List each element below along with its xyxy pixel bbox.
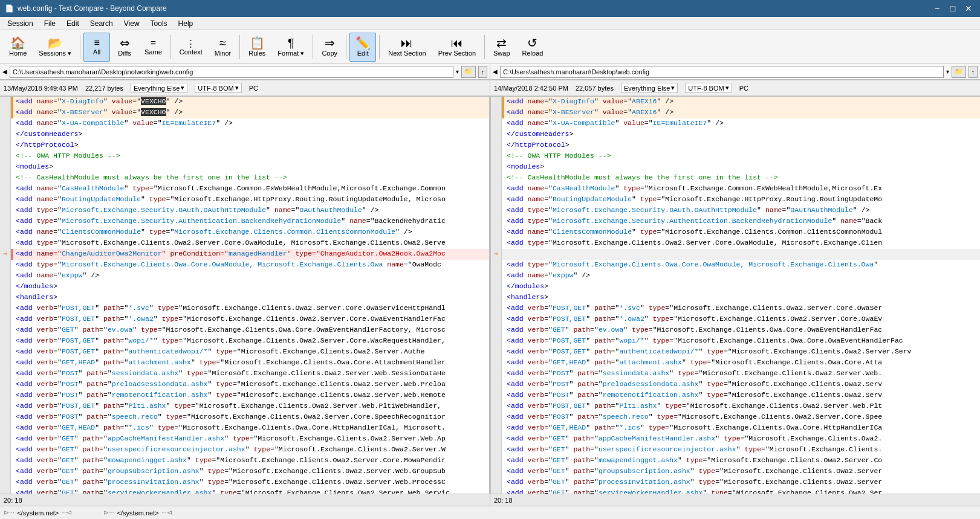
context-button[interactable]: ⋮ Context — [174, 33, 208, 62]
same-button[interactable]: = Same — [139, 33, 167, 62]
line-text: </customHeaders> — [13, 129, 489, 140]
rules-button[interactable]: 📋 Rules — [243, 33, 271, 62]
line-gutter — [491, 401, 502, 412]
menu-view[interactable]: View — [119, 18, 144, 30]
home-button[interactable]: 🏠 Home — [4, 33, 32, 62]
line-text: <add name="X-DiagInfo" value="VEXCHO" /> — [13, 97, 489, 108]
menu-session[interactable]: Session — [2, 18, 38, 30]
menu-help[interactable]: Help — [174, 18, 198, 30]
separator-5 — [346, 35, 346, 59]
line-gutter — [491, 108, 502, 118]
line-text: <add name="X-BEServer" value="VEXCHO" /> — [13, 108, 489, 118]
edit-button[interactable]: ✏️ Edit — [349, 33, 376, 62]
code-line: <!-- OWA HTTP Modules --> — [491, 151, 980, 162]
sessions-button[interactable]: 📂 Sessions ▾ — [33, 33, 77, 62]
left-encoding-dropdown[interactable]: Everything Else ▾ — [131, 83, 187, 93]
format-button[interactable]: ¶ Format ▾ — [272, 33, 310, 62]
code-line: <add type="Microsoft.Exchange.Clients.Ow… — [0, 238, 489, 249]
menu-tools[interactable]: Tools — [146, 18, 172, 30]
code-line: ⇒ <add name="ChangeAuditorOwa2Monitor" p… — [0, 249, 489, 260]
line-gutter — [0, 260, 11, 271]
code-line: <add name="exppw" /> — [0, 271, 489, 282]
line-text: <add verb="POST" path="sessiondata.ashx"… — [13, 369, 489, 379]
line-text: <!-- OWA HTTP Modules --> — [504, 151, 980, 162]
maximize-button[interactable]: □ — [946, 3, 959, 14]
code-line: <add type="Microsoft.Exchange.Clients.Ow… — [491, 260, 980, 271]
right-position: 20: 18 — [494, 497, 513, 504]
line-text: <add name="X-UA-Compatible" value="IE=Em… — [504, 118, 980, 129]
line-gutter — [491, 97, 502, 108]
toolbar: 🏠 Home 📂 Sessions ▾ ≡ All ⇔ Diffs = Same… — [0, 30, 980, 64]
left-position: 20: 18 — [4, 497, 22, 504]
right-encoding-dropdown[interactable]: Everything Else ▾ — [621, 83, 678, 93]
title-text: web.config - Text Compare - Beyond Compa… — [18, 4, 167, 13]
reload-button[interactable]: ↺ Reload — [517, 33, 549, 62]
minimize-button[interactable]: − — [930, 3, 944, 14]
line-text: <!-- CasHealthModule must always be the … — [504, 173, 980, 184]
code-line: <add name="RoutingUpdateModule" type="Mi… — [491, 195, 980, 205]
right-code-panel[interactable]: <add name="X-DiagInfo" value="ABEX16" />… — [491, 97, 980, 494]
line-text: <add name="ClientsCommonModule" type="Mi… — [504, 227, 980, 238]
prev-section-button[interactable]: ⏮ Prev Section — [433, 33, 481, 62]
line-text: </customHeaders> — [504, 129, 980, 140]
panels-area: ◀ ▾ 📁 ↑ ◀ ▾ 📁 ↑ 13/May/2018 9:49:43 PM 2… — [0, 64, 980, 519]
line-gutter — [491, 303, 502, 314]
line-gutter — [0, 412, 11, 423]
line-text: <add verb="GET" path="ev.owa" type="Micr… — [504, 325, 980, 336]
line-gutter — [491, 282, 502, 292]
line-gutter — [0, 434, 11, 445]
right-path-arrow: ◀ — [493, 68, 498, 75]
code-line: <add verb="POST,GET" path="*.owa2" type=… — [491, 314, 980, 325]
separator-3 — [239, 35, 240, 59]
code-line: <add verb="GET" path="appCacheManifestHa… — [491, 434, 980, 445]
minor-button[interactable]: ≈ Minor — [209, 33, 237, 62]
line-text: <add verb="GET,HEAD" path="*.ics" type="… — [504, 423, 980, 434]
left-code-panel[interactable]: <add name="X-DiagInfo" value="VEXCHO" />… — [0, 97, 491, 494]
sessions-icon: 📂 — [48, 37, 63, 49]
menu-file[interactable]: File — [39, 18, 60, 30]
left-path-input[interactable] — [10, 66, 453, 78]
next-section-button[interactable]: ⏭ Next Section — [383, 33, 431, 62]
right-path-input[interactable] — [500, 66, 944, 78]
line-gutter — [491, 260, 502, 271]
left-browse-button[interactable]: 📁 — [461, 66, 476, 78]
swap-icon: ⇄ — [496, 37, 507, 49]
line-text: <add name="exppw" /> — [13, 271, 489, 282]
line-text: <add verb="GET" path="mowapendingget.ash… — [13, 456, 489, 466]
line-gutter — [491, 140, 502, 151]
swap-button[interactable]: ⇄ Swap — [488, 33, 516, 62]
line-text: <add verb="POST,GET" path="wopi/*" type=… — [504, 336, 980, 347]
right-path-up[interactable]: ↑ — [969, 66, 978, 78]
line-text: <add verb="POST,GET" path="*.owa2" type=… — [504, 314, 980, 325]
bottom-right-nav: ⊳··· </system.net> ···⊲ — [103, 509, 172, 517]
left-size: 22,217 bytes — [85, 85, 123, 92]
close-button[interactable]: ✕ — [962, 3, 975, 14]
left-bom-dropdown[interactable]: UTF-8 BOM ▾ — [195, 83, 241, 93]
code-line: <add verb="GET" path="serviceWorkerHandl… — [0, 488, 489, 494]
code-line: <add verb="POST,GET" path="authenticated… — [491, 347, 980, 358]
code-line: <add verb="POST" path="speech.reco" type… — [491, 412, 980, 423]
menu-edit[interactable]: Edit — [62, 18, 84, 30]
line-gutter — [491, 118, 502, 129]
home-icon: 🏠 — [10, 37, 25, 49]
all-button[interactable]: ≡ All — [83, 33, 110, 62]
copy-button[interactable]: ⇒ Copy — [316, 33, 343, 62]
separator-4 — [313, 35, 313, 59]
code-line: <add type="Microsoft.Exchange.Security.A… — [0, 216, 489, 227]
menu-search[interactable]: Search — [85, 18, 118, 30]
bottom-left-label: </system.net> — [17, 509, 59, 517]
code-line: <!-- CasHealthModule must always be the … — [0, 173, 489, 184]
diffs-button[interactable]: ⇔ Diffs — [111, 33, 138, 62]
line-gutter — [0, 314, 11, 325]
line-text: <add verb="POST" path="speech.reco" type… — [504, 412, 980, 423]
right-bom-dropdown[interactable]: UTF-8 BOM ▾ — [685, 83, 732, 93]
code-line: <add verb="GET,HEAD" path="*.ics" type="… — [0, 423, 489, 434]
right-browse-button[interactable]: 📁 — [952, 66, 966, 78]
line-text: <add verb="GET" path="processInvitation.… — [13, 477, 489, 488]
line-text: <add verb="POST,GET" path="authenticated… — [13, 347, 489, 358]
left-path-up[interactable]: ↑ — [478, 66, 488, 78]
line-gutter — [491, 325, 502, 336]
line-text: <add type="Microsoft.Exchange.Security.A… — [504, 216, 980, 227]
line-text: <add verb="GET" path="processInvitation.… — [504, 477, 980, 488]
line-text: <add name="X-UA-Compatible" value="IE=Em… — [13, 118, 489, 129]
